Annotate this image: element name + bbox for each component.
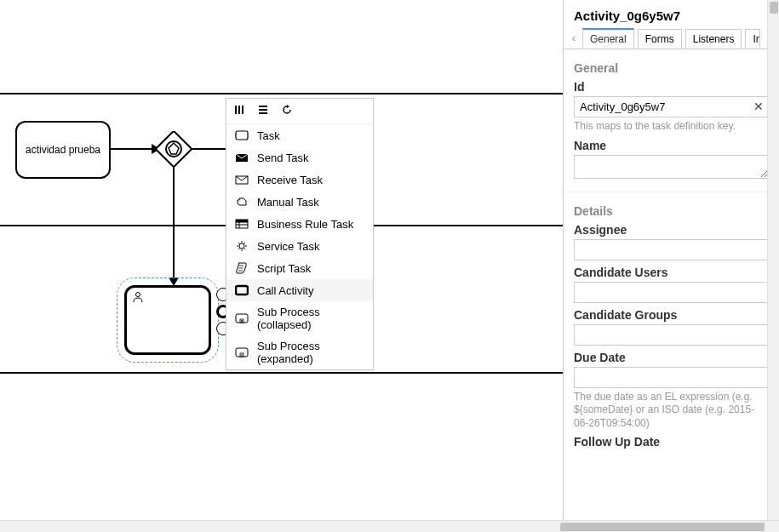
menu-item-business-rule-task[interactable]: Business Rule Task (226, 213, 373, 235)
svg-point-3 (136, 293, 140, 297)
svg-rect-0 (156, 131, 192, 167)
horizontal-scrollbar[interactable] (0, 520, 779, 532)
scrollbar-thumb[interactable] (770, 2, 778, 14)
script-icon (235, 261, 249, 275)
properties-panel: Activity_0g6y5w7 ‹ General Forms Listene… (563, 0, 779, 532)
business-rule-icon (235, 217, 249, 231)
menu-label: Service Task (257, 240, 319, 253)
menu-item-manual-task[interactable]: Manual Task (226, 191, 373, 213)
menu-label: Sub Process (collapsed) (257, 306, 364, 331)
service-icon (235, 239, 249, 253)
menu-item-script-task[interactable]: Script Task (226, 257, 373, 279)
name-input[interactable] (574, 155, 769, 179)
manual-icon (235, 195, 249, 209)
task-label: actividad prueba (26, 144, 100, 156)
diagram-canvas[interactable]: actividad prueba (0, 0, 563, 532)
id-input[interactable] (574, 96, 769, 117)
receive-icon (235, 173, 249, 186)
user-icon (132, 291, 144, 306)
vertical-scrollbar[interactable] (767, 0, 779, 520)
menu-label: Task (257, 129, 280, 142)
task-icon (235, 129, 249, 142)
menu-label: Manual Task (257, 196, 319, 209)
due-date-input[interactable] (574, 367, 769, 388)
menu-label: Receive Task (257, 174, 323, 186)
parallel-icon[interactable] (233, 104, 245, 118)
label-due-date: Due Date (574, 351, 769, 364)
menu-label: Script Task (257, 262, 311, 275)
label-candidate-users: Candidate Users (574, 266, 769, 279)
tab-input-output[interactable]: Input/O (745, 29, 760, 49)
label-follow-up: Follow Up Date (574, 435, 769, 449)
clear-id-icon[interactable]: ✕ (753, 100, 764, 113)
menu-label: Sub Process (expanded) (257, 340, 364, 365)
assignee-input[interactable] (574, 239, 769, 260)
lane-border-top (0, 93, 563, 94)
menu-item-call-activity[interactable]: Call Activity (226, 279, 373, 301)
menu-item-send-task[interactable]: Send Task (226, 146, 373, 169)
tab-forms[interactable]: Forms (638, 29, 682, 49)
label-id: Id (574, 80, 769, 94)
tabs: ‹ General Forms Listeners Input/O › (564, 28, 779, 49)
label-name: Name (574, 139, 769, 152)
call-activity-icon (235, 283, 249, 297)
svg-point-19 (239, 243, 244, 249)
menu-label: Business Rule Task (257, 218, 353, 231)
menu-item-receive-task[interactable]: Receive Task (226, 169, 373, 191)
svg-rect-18 (236, 220, 248, 222)
menu-item-service-task[interactable]: Service Task (226, 235, 373, 257)
sequential-icon[interactable] (257, 104, 269, 118)
svg-rect-11 (236, 131, 248, 140)
subprocess-expanded-icon (235, 346, 249, 359)
panel-title: Activity_0g6y5w7 (564, 0, 779, 28)
section-general: General (574, 61, 769, 75)
candidate-groups-input[interactable] (574, 324, 769, 346)
menu-header (226, 99, 373, 124)
send-icon (235, 151, 249, 164)
menu-item-task[interactable]: Task (226, 124, 373, 146)
inclusive-gateway[interactable] (156, 131, 192, 167)
menu-label: Send Task (257, 152, 308, 164)
svg-line-27 (244, 243, 246, 244)
label-assignee: Assignee (574, 223, 769, 237)
menu-label: Call Activity (257, 284, 313, 297)
svg-line-26 (238, 249, 240, 250)
loop-icon[interactable] (281, 104, 293, 118)
user-task-selected[interactable] (124, 285, 211, 355)
task-type-menu: Task Send Task Receive Task Manual Task … (226, 98, 374, 370)
menu-item-subprocess-expanded[interactable]: Sub Process (expanded) (226, 335, 373, 369)
svg-marker-10 (287, 105, 289, 108)
tab-listeners[interactable]: Listeners (685, 29, 742, 49)
candidate-users-input[interactable] (574, 282, 769, 303)
svg-line-25 (244, 249, 246, 250)
task-actividad-prueba[interactable]: actividad prueba (15, 121, 111, 179)
tab-scroll-left[interactable]: ‹ (569, 31, 579, 46)
svg-line-24 (238, 243, 240, 244)
lane-border-bottom (0, 372, 563, 374)
sequence-flow[interactable] (173, 167, 175, 279)
sequence-flow[interactable] (111, 148, 153, 150)
svg-rect-31 (236, 286, 248, 295)
scrollbar-thumb[interactable] (560, 523, 765, 531)
label-candidate-groups: Candidate Groups (574, 308, 769, 322)
menu-item-subprocess-collapsed[interactable]: Sub Process (collapsed) (226, 301, 373, 335)
subprocess-collapsed-icon (235, 312, 249, 325)
help-id: This maps to the task definition key. (574, 120, 769, 134)
tab-general[interactable]: General (582, 28, 634, 49)
section-details: Details (574, 204, 769, 218)
help-due-date: The due date as an EL expression (e.g. $… (574, 391, 769, 431)
sequence-flow[interactable] (192, 148, 226, 150)
